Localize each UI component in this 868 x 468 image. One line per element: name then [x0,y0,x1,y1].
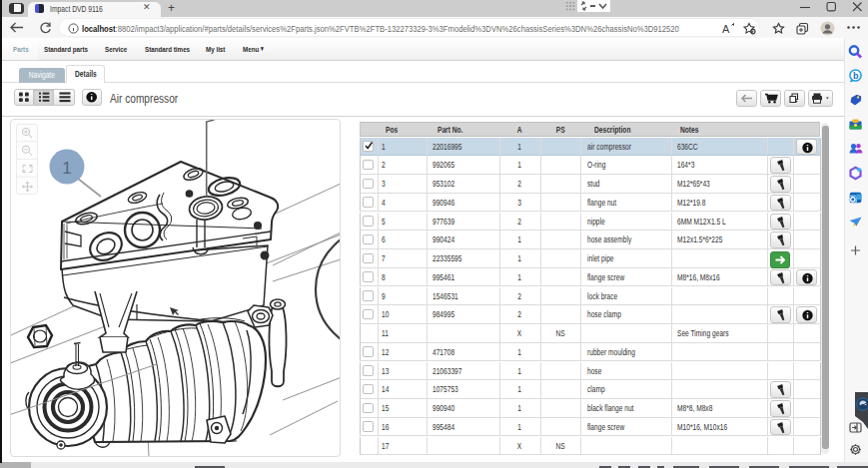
svg-text:b: b [853,71,859,81]
svg-text:1: 1 [62,159,71,178]
svg-text:A: A [722,23,730,35]
